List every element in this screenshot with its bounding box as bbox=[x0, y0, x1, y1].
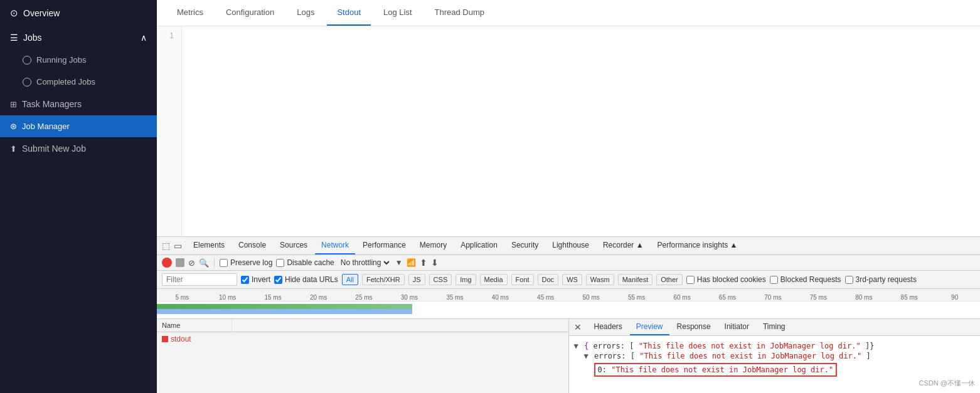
sidebar-item-completed-jobs[interactable]: Completed Jobs bbox=[0, 71, 157, 93]
response-text-1: { bbox=[584, 342, 589, 350]
filter-tag-fetch-xhr[interactable]: Fetch/XHR bbox=[362, 274, 405, 285]
response-close-btn[interactable]: ✕ bbox=[574, 322, 582, 332]
sidebar-item-task-managers[interactable]: ⊞ Task Managers bbox=[0, 93, 157, 115]
download-icon[interactable]: ⬇ bbox=[431, 258, 439, 268]
has-blocked-cookies-label[interactable]: Has blocked cookies bbox=[686, 275, 766, 284]
network-status-dot bbox=[162, 336, 168, 342]
devtools-timeline: 5 ms 10 ms 15 ms 20 ms 25 ms 30 ms 35 ms… bbox=[157, 289, 980, 319]
tick-10ms: 10 ms bbox=[205, 294, 250, 301]
devtools-tab-lighthouse[interactable]: Lighthouse bbox=[546, 237, 595, 254]
blocked-requests-label[interactable]: Blocked Requests bbox=[770, 275, 841, 284]
upload-icon[interactable]: ⬆ bbox=[420, 258, 427, 268]
expand-triangle-1[interactable]: ▼ bbox=[574, 342, 578, 350]
devtools-panel: ⬚ ▭ Elements Console Sources Network Per… bbox=[157, 236, 980, 393]
sidebar-jobs-section: ☰ Jobs ∧ Running Jobs Completed Jobs bbox=[0, 26, 157, 93]
preserve-log-checkbox-label[interactable]: Preserve log bbox=[220, 258, 272, 267]
devtools-tab-network[interactable]: Network bbox=[315, 237, 355, 254]
filter-tag-css[interactable]: CSS bbox=[429, 274, 452, 285]
filter-icon[interactable]: ⊘ bbox=[188, 258, 195, 268]
job-manager-label: Job Manager bbox=[22, 122, 70, 131]
expand-triangle-2[interactable]: ▼ bbox=[584, 352, 589, 360]
filter-tag-ws[interactable]: WS bbox=[562, 274, 582, 285]
running-jobs-icon bbox=[23, 56, 31, 65]
sidebar-item-running-jobs[interactable]: Running Jobs bbox=[0, 49, 157, 71]
sidebar-item-jobs[interactable]: ☰ Jobs ∧ bbox=[0, 26, 157, 49]
tick-15ms: 15 ms bbox=[250, 294, 296, 301]
task-managers-icon: ⊞ bbox=[10, 100, 17, 109]
devtools-toolbar: ⊘ 🔍 Preserve log Disable cache No thrott… bbox=[157, 255, 980, 271]
third-party-checkbox[interactable] bbox=[845, 276, 853, 284]
response-line-2: ▼ errors: [ "This file does not exist in… bbox=[574, 351, 976, 361]
jobs-label: Jobs bbox=[23, 33, 42, 43]
timeline-ruler: 5 ms 10 ms 15 ms 20 ms 25 ms 30 ms 35 ms… bbox=[157, 289, 980, 301]
devtools-tab-performance[interactable]: Performance bbox=[356, 237, 412, 254]
preserve-log-checkbox[interactable] bbox=[220, 259, 228, 267]
sidebar-item-overview[interactable]: ⊙ Overview bbox=[0, 0, 157, 26]
search-icon[interactable]: 🔍 bbox=[199, 258, 209, 268]
throttle-select[interactable]: No throttling bbox=[338, 258, 391, 268]
third-party-label[interactable]: 3rd-party requests bbox=[845, 275, 917, 284]
devtools-tab-application[interactable]: Application bbox=[454, 237, 504, 254]
devtools-tab-recorder[interactable]: Recorder ▲ bbox=[597, 237, 650, 254]
devtools-device-icon[interactable]: ▭ bbox=[174, 241, 182, 251]
response-tab-headers[interactable]: Headers bbox=[588, 319, 629, 335]
filter-tag-doc[interactable]: Doc bbox=[538, 274, 559, 285]
devtools-tab-perf-insights[interactable]: Performance insights ▲ bbox=[651, 237, 744, 254]
invert-checkbox[interactable] bbox=[241, 276, 249, 284]
sidebar-item-job-manager[interactable]: ⊛ Job Manager bbox=[0, 115, 157, 137]
disable-cache-checkbox-label[interactable]: Disable cache bbox=[276, 258, 334, 267]
filter-tag-other[interactable]: Other bbox=[656, 274, 683, 285]
devtools-tab-sources[interactable]: Sources bbox=[274, 237, 314, 254]
filter-tag-img[interactable]: Img bbox=[455, 274, 476, 285]
filter-tag-all[interactable]: All bbox=[342, 274, 358, 285]
tick-60ms: 60 ms bbox=[659, 294, 705, 301]
timeline-bar-blue bbox=[157, 309, 412, 314]
record-button[interactable] bbox=[162, 258, 172, 268]
tab-metrics[interactable]: Metrics bbox=[167, 0, 213, 26]
devtools-tab-security[interactable]: Security bbox=[505, 237, 545, 254]
tab-thread-dump[interactable]: Thread Dump bbox=[425, 0, 494, 26]
has-blocked-cookies-checkbox[interactable] bbox=[686, 276, 695, 284]
timeline-bar-green bbox=[157, 304, 412, 309]
hide-data-urls-checkbox[interactable] bbox=[274, 276, 282, 284]
response-tab-timing[interactable]: Timing bbox=[757, 319, 792, 335]
tab-stdout[interactable]: Stdout bbox=[327, 0, 371, 26]
watermark: CSDN @不懂一休 bbox=[919, 379, 975, 388]
jobs-chevron-icon: ∧ bbox=[141, 33, 147, 43]
invert-checkbox-label[interactable]: Invert bbox=[241, 275, 270, 284]
sidebar-item-submit-new-job[interactable]: ⬆ Submit New Job bbox=[0, 137, 157, 160]
table-row[interactable]: stdout bbox=[157, 332, 568, 347]
tab-configuration[interactable]: Configuration bbox=[216, 0, 284, 26]
devtools-tab-elements[interactable]: Elements bbox=[187, 237, 231, 254]
tick-30ms: 30 ms bbox=[386, 294, 432, 301]
submit-new-job-label: Submit New Job bbox=[22, 144, 86, 154]
hide-data-urls-checkbox-label[interactable]: Hide data URLs bbox=[274, 275, 338, 284]
filter-tag-js[interactable]: JS bbox=[408, 274, 425, 285]
tick-90: 90 bbox=[932, 294, 977, 301]
network-col-name-header: Name bbox=[157, 319, 232, 332]
blocked-requests-checkbox[interactable] bbox=[770, 276, 778, 284]
overview-label: Overview bbox=[23, 8, 60, 18]
network-header-row: Name bbox=[157, 319, 568, 332]
completed-jobs-icon bbox=[23, 78, 31, 86]
jobs-icon: ☰ bbox=[10, 33, 18, 43]
devtools-inspect-icon[interactable]: ⬚ bbox=[162, 241, 170, 251]
tick-5ms: 5 ms bbox=[159, 294, 205, 301]
content-editor[interactable] bbox=[182, 26, 980, 236]
disable-cache-checkbox[interactable] bbox=[276, 259, 284, 267]
throttle-dropdown-icon[interactable]: ▼ bbox=[395, 258, 403, 267]
filter-tag-manifest[interactable]: Manifest bbox=[618, 274, 653, 285]
filter-tag-font[interactable]: Font bbox=[511, 274, 534, 285]
tab-log-list[interactable]: Log List bbox=[373, 0, 422, 26]
response-tab-initiator[interactable]: Initiator bbox=[718, 319, 755, 335]
devtools-network-area: Name stdout ✕ Headers Preview bbox=[157, 319, 980, 393]
tab-logs[interactable]: Logs bbox=[287, 0, 324, 26]
network-filter-input[interactable] bbox=[162, 273, 237, 286]
response-tab-preview[interactable]: Preview bbox=[630, 319, 669, 335]
devtools-tab-memory[interactable]: Memory bbox=[413, 237, 453, 254]
response-tab-response[interactable]: Response bbox=[671, 319, 717, 335]
stop-recording-button[interactable] bbox=[176, 258, 184, 267]
filter-tag-media[interactable]: Media bbox=[480, 274, 508, 285]
devtools-tab-console[interactable]: Console bbox=[232, 237, 272, 254]
filter-tag-wasm[interactable]: Wasm bbox=[586, 274, 614, 285]
